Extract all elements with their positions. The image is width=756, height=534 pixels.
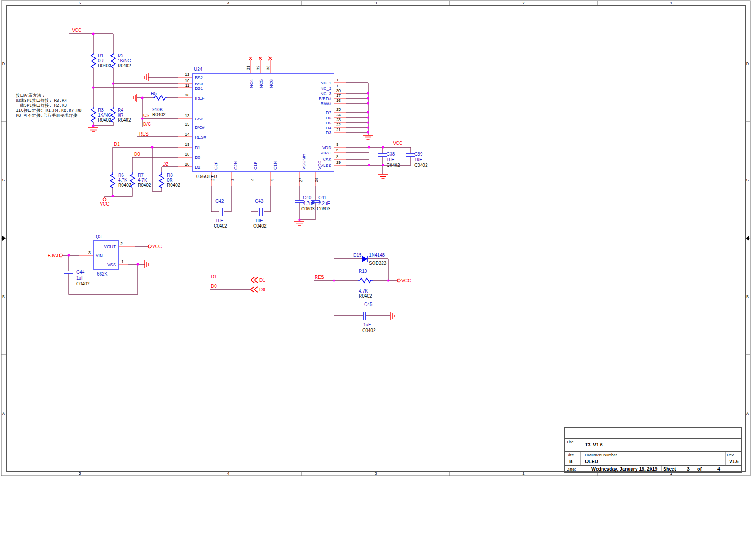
power-label-vcc[interactable]: VCC [152, 244, 162, 249]
component-r4[interactable]: R4 0R R0402 [111, 107, 131, 123]
resistor-icon [159, 172, 164, 188]
pin-number: 33 [266, 66, 270, 70]
pin-name: D/C# [195, 125, 205, 130]
component-r5[interactable]: R5 910K R0402 [151, 91, 167, 117]
value: 1uF [387, 157, 394, 162]
value: 1N4148 [369, 253, 385, 258]
component-c45[interactable]: C45 1uF C0402 [362, 302, 376, 333]
title-value[interactable]: T3_V1.6 [585, 442, 603, 447]
power-label-vcc[interactable]: VCC [401, 278, 411, 283]
net-label: D1 [259, 278, 265, 283]
value: 1uF [363, 322, 371, 327]
date-value[interactable]: Wednesday, January 16, 2019 [591, 466, 657, 472]
pin-name: NC4 [249, 79, 254, 88]
pin-name: VDD [322, 145, 331, 150]
refdes: C42 [215, 199, 224, 204]
component-r2[interactable]: R2 1K/NC R0402 [111, 53, 131, 68]
pin-name: VCOMH [301, 154, 306, 170]
title-label: Title [567, 440, 574, 444]
value: 2.2uF [318, 201, 330, 206]
sheet-number[interactable]: 3 [687, 466, 690, 472]
footprint: C0603 [301, 206, 315, 211]
power-label-vcc[interactable]: VCC [72, 28, 81, 33]
net-label-dc[interactable]: D/C [143, 122, 151, 127]
net-label-res[interactable]: RES [315, 275, 324, 280]
pin-name: C1P [253, 162, 258, 170]
ground-icon[interactable] [145, 260, 148, 268]
pin-number: 11 [185, 83, 189, 88]
ground-icon[interactable] [391, 312, 394, 320]
capacitor-icon [220, 208, 223, 216]
power-label-3v3[interactable]: +3V3 [48, 253, 58, 258]
power-label-vcc[interactable]: VCC [100, 201, 109, 206]
no-connect-icon [259, 57, 262, 60]
net-label: D0 [259, 287, 265, 292]
footprint: C0402 [414, 163, 428, 168]
component-r6[interactable]: R6 4.7K R0402 [110, 172, 132, 188]
pin-number: 29 [336, 160, 341, 165]
footprint: R0402 [118, 183, 132, 188]
net-labels[interactable]: CS D/C RES D1 D0 D2 RES [114, 113, 324, 280]
ground-icon[interactable] [88, 128, 98, 132]
offpage-connector-d0[interactable]: D0 D0 [211, 284, 265, 292]
resistor-icon [91, 53, 96, 68]
net-label-d0[interactable]: D0 [134, 152, 140, 157]
component-r8[interactable]: R8 0R R0402 [159, 172, 180, 188]
ground-icon[interactable] [378, 175, 388, 179]
component-q3[interactable]: Q3 662K VOUT VIN VSS 2 3 1 [88, 234, 123, 276]
ground-icon[interactable] [363, 135, 373, 139]
component-c43[interactable]: C43 1uF C0402 [253, 199, 267, 228]
net-label-d1[interactable]: D1 [114, 142, 120, 147]
component-r3[interactable]: R3 1K/NC R0402 [91, 107, 111, 123]
ground-symbols[interactable] [88, 73, 394, 320]
ground-icon[interactable] [133, 94, 137, 102]
component-c40[interactable]: C40 4.7uF C0603 [295, 195, 315, 211]
sheet-border: 5 4 3 2 1 5 4 3 2 1 D C B A D C B A [1, 1, 750, 476]
footprint: R0402 [98, 118, 111, 123]
value: 0R [98, 58, 104, 63]
net-label-res[interactable]: RES [139, 131, 149, 136]
pin-number: 25 [336, 107, 341, 112]
component-r10[interactable]: R10 4.7K R0402 [358, 269, 373, 298]
footprint: R0402 [359, 293, 372, 298]
no-connect-icon [268, 57, 272, 60]
pin-name: VBAT [321, 150, 331, 155]
size-value[interactable]: B [569, 459, 573, 464]
value: 0R [118, 113, 123, 118]
pin-number: 1 [336, 78, 338, 82]
offpage-connector-d1[interactable]: D1 D1 [211, 274, 265, 283]
ground-icon[interactable] [294, 221, 304, 225]
pin-number: 12 [185, 72, 189, 77]
date-label: Date: [567, 467, 576, 472]
pin-name: D5 [326, 120, 331, 125]
zone-label: C [2, 178, 5, 182]
no-connect-marks [249, 57, 272, 60]
component-c42[interactable]: C42 1uF C0402 [214, 199, 227, 228]
resistor-icon [358, 278, 373, 283]
ground-icon[interactable] [145, 73, 148, 81]
zone-label: D [2, 61, 5, 66]
docnum-value[interactable]: OLED [585, 459, 598, 464]
footprint: R0402 [167, 183, 180, 188]
pin-number: 9 [336, 142, 338, 147]
refdes: C39 [414, 152, 423, 157]
net-label-cs[interactable]: CS [143, 113, 149, 118]
value: 1uF [414, 157, 422, 162]
component-r1[interactable]: R1 0R R0402 [91, 53, 111, 68]
component-c44[interactable]: C44 1uF C0402 [64, 270, 90, 286]
zone-label: 5 [79, 1, 81, 5]
refdes: R2 [118, 53, 123, 58]
pin-number: 21 [336, 127, 341, 132]
component-u24[interactable]: U24 0.96OLED BS2 BS0 BS1 IREF CS# D/C# R… [185, 66, 341, 182]
power-label-vcc[interactable]: VCC [393, 141, 402, 146]
zone-label: A [746, 411, 749, 416]
net-label-d2[interactable]: D2 [163, 162, 168, 166]
pin-name: VSS [323, 157, 331, 162]
refdes: R5 [151, 91, 157, 96]
sheet-total[interactable]: 4 [717, 466, 720, 472]
pin-number: 27 [299, 178, 303, 182]
refdes: R3 [98, 108, 104, 113]
component-r7[interactable]: R7 4.7K R0402 [130, 172, 151, 188]
resistor-icon [111, 107, 115, 122]
rev-value[interactable]: V1.6 [729, 459, 739, 464]
